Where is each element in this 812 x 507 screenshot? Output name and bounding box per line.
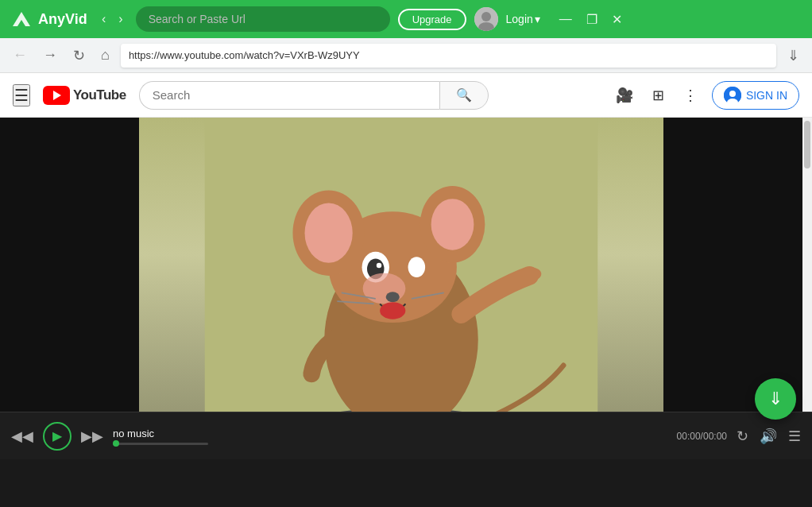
browser-forward-button[interactable]: →	[38, 44, 62, 67]
youtube-camera-button[interactable]: 🎥	[611, 82, 638, 109]
svg-point-19	[377, 263, 381, 268]
svg-point-20	[408, 257, 426, 277]
video-frame[interactable]: ▮▮ ▶▮ 🔊 1:21 / 29:14 ⚙ ▭ ▢ ⛶	[0, 118, 802, 459]
player-time-display: 00:00/00:00	[677, 431, 727, 442]
player-repeat-button[interactable]: ↻	[737, 428, 748, 445]
svg-point-22	[386, 292, 400, 302]
svg-point-7	[729, 91, 736, 97]
svg-point-3	[481, 12, 491, 21]
youtube-signin-button[interactable]: SIGN IN	[712, 81, 799, 110]
youtube-search-input[interactable]	[139, 81, 439, 110]
player-progress-bar[interactable]	[113, 443, 208, 445]
more-icon: ⋮	[683, 87, 698, 103]
download-fab-button[interactable]: ⇓	[755, 378, 796, 420]
browser-bar: ← → ↻ ⌂ ⇓	[0, 38, 812, 73]
cartoon-thumbnail	[0, 118, 802, 459]
svg-marker-5	[53, 91, 61, 100]
nav-arrows: ‹ ›	[97, 9, 128, 29]
camera-icon: 🎥	[616, 87, 633, 103]
minimize-button[interactable]: —	[555, 10, 577, 29]
url-bar[interactable]	[121, 44, 776, 68]
grid-icon: ⊞	[652, 87, 664, 103]
upgrade-button[interactable]: Upgrade	[398, 9, 466, 30]
signin-label: SIGN IN	[746, 89, 787, 102]
app-name: AnyVid	[38, 11, 87, 28]
youtube-header: ☰ YouTube 🔍 🎥 ⊞ ⋮	[0, 73, 812, 118]
top-bar: AnyVid ‹ › Upgrade Login ▾ — ❐ ✕	[0, 0, 812, 38]
player-prev-button[interactable]: ◀◀	[11, 428, 33, 445]
youtube-search-button[interactable]: 🔍	[439, 81, 489, 110]
browser-home-button[interactable]: ⌂	[96, 44, 114, 67]
youtube-logo-text: YouTube	[73, 87, 126, 103]
svg-point-14	[305, 203, 353, 263]
scrollbar[interactable]	[802, 118, 812, 459]
app-logo: AnyVid	[10, 7, 89, 31]
youtube-logo[interactable]: YouTube	[43, 86, 126, 105]
window-controls: — ❐ ✕	[555, 10, 627, 29]
player-track-name: no music	[113, 428, 208, 439]
player-playlist-button[interactable]: ☰	[788, 428, 801, 445]
youtube-more-button[interactable]: ⋮	[679, 82, 702, 109]
svg-point-27	[521, 267, 542, 281]
player-play-button[interactable]: ▶	[43, 422, 72, 451]
nav-forward-button[interactable]: ›	[114, 9, 127, 29]
bottom-player: ◀◀ ▶ ▶▶ no music 00:00/00:00 ↻ 🔊 ☰	[0, 412, 812, 459]
player-right-controls: ↻ 🔊 ☰	[737, 428, 801, 445]
scrollbar-thumb[interactable]	[804, 121, 810, 168]
browser-refresh-button[interactable]: ↻	[68, 44, 90, 68]
player-next-button[interactable]: ▶▶	[81, 428, 103, 445]
user-circle-icon	[724, 87, 741, 104]
download-fab-icon: ⇓	[768, 389, 783, 409]
nav-back-button[interactable]: ‹	[97, 9, 110, 29]
youtube-search-container: 🔍	[139, 81, 489, 110]
player-track-info: no music	[113, 428, 208, 445]
svg-point-21	[363, 273, 406, 304]
maximize-button[interactable]: ❐	[582, 10, 602, 29]
video-area: ▮▮ ▶▮ 🔊 1:21 / 29:14 ⚙ ▭ ▢ ⛶	[0, 118, 802, 459]
svg-point-16	[431, 199, 474, 250]
youtube-header-right: 🎥 ⊞ ⋮ SIGN IN	[611, 81, 799, 110]
browser-download-button[interactable]: ⇓	[783, 44, 804, 68]
youtube-logo-icon	[43, 86, 70, 105]
player-progress-dot	[113, 440, 119, 447]
close-button[interactable]: ✕	[607, 10, 627, 29]
avatar	[474, 7, 498, 31]
search-input[interactable]	[136, 6, 390, 32]
main-content: ▮▮ ▶▮ 🔊 1:21 / 29:14 ⚙ ▭ ▢ ⛶ ⇓ ◀◀ ▶	[0, 118, 812, 459]
browser-back-button[interactable]: ←	[8, 44, 32, 67]
search-icon: 🔍	[456, 87, 472, 103]
player-volume-button[interactable]: 🔊	[760, 428, 777, 445]
svg-point-23	[380, 302, 405, 319]
login-button[interactable]: Login ▾	[506, 13, 540, 25]
cartoon-scene	[139, 118, 663, 459]
app-logo-icon	[10, 7, 33, 31]
black-bg-left	[0, 118, 139, 459]
youtube-menu-button[interactable]: ☰	[13, 84, 30, 106]
youtube-grid-button[interactable]: ⊞	[648, 82, 669, 109]
